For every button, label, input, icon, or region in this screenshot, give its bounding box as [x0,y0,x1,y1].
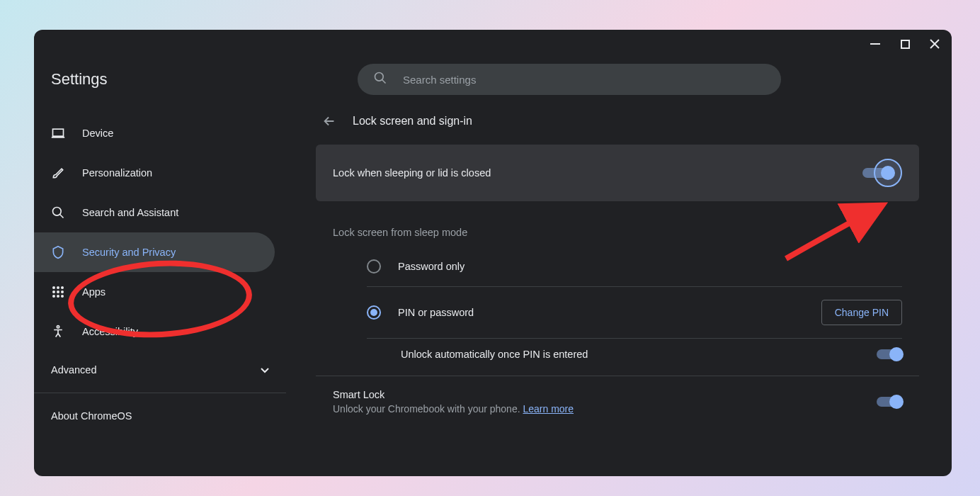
radio-label: PIN or password [398,307,474,318]
auto-unlock-toggle[interactable] [877,349,902,359]
search-input[interactable] [403,74,765,86]
sidebar-about[interactable]: About ChromeOS [34,398,286,434]
settings-window: Settings Device Personaliz [34,30,952,476]
app-title: Settings [51,70,303,89]
shield-icon [51,245,65,259]
page-header: Lock screen and sign-in [316,101,919,145]
svg-rect-0 [870,43,880,45]
svg-point-13 [61,295,64,298]
smart-lock-title: Smart Lock [333,389,574,400]
search-box[interactable] [358,64,781,95]
back-button[interactable] [321,113,337,129]
maximize-button[interactable] [896,35,913,52]
advanced-label: Advanced [51,364,97,376]
sidebar: Device Personalization Search and Assist… [34,101,286,476]
radio-pin-or-password[interactable]: PIN or password Change PIN [367,287,902,339]
radio-icon [367,259,381,274]
about-label: About ChromeOS [51,410,132,422]
auto-unlock-label: Unlock automatically once PIN is entered [401,349,588,360]
accessibility-icon [51,325,65,339]
svg-point-10 [61,291,64,293]
svg-rect-1 [901,40,909,48]
svg-point-14 [57,326,59,328]
search-wrap [303,64,836,95]
sidebar-item-label: Device [82,128,113,139]
page-title: Lock screen and sign-in [353,115,472,128]
auto-unlock-row: Unlock automatically once PIN is entered [367,339,902,370]
sidebar-item-label: Apps [82,286,106,298]
sidebar-item-apps[interactable]: Apps [34,272,275,312]
minimize-button[interactable] [867,35,884,52]
lock-sleep-label: Lock when sleeping or lid is closed [333,167,491,179]
content: Lock screen and sign-in Lock when sleepi… [286,101,952,476]
search-icon [51,205,65,220]
sidebar-item-label: Personalization [82,167,152,179]
svg-point-8 [52,291,55,293]
svg-point-5 [52,286,55,289]
search-icon [373,71,387,88]
chevron-down-icon [261,364,269,376]
svg-point-2 [375,73,384,81]
sidebar-item-search-assistant[interactable]: Search and Assistant [34,193,275,232]
lock-sleep-row: Lock when sleeping or lid is closed [316,145,919,201]
sidebar-advanced[interactable]: Advanced [34,351,286,388]
sidebar-item-label: Security and Privacy [82,247,176,258]
svg-point-4 [53,208,62,216]
header: Settings [34,58,952,101]
radio-label: Password only [398,261,465,272]
sidebar-item-device[interactable]: Device [34,113,275,153]
svg-point-12 [57,295,59,298]
smart-lock-description: Unlock your Chromebook with your phone. … [333,403,574,415]
sidebar-item-accessibility[interactable]: Accessibility [34,312,275,351]
svg-point-7 [61,286,64,289]
brush-icon [51,166,65,180]
divider [34,393,286,393]
change-pin-button[interactable]: Change PIN [821,300,902,325]
sidebar-item-personalization[interactable]: Personalization [34,153,275,193]
learn-more-link[interactable]: Learn more [523,403,574,415]
lock-sleep-toggle[interactable] [874,159,902,187]
grid-icon [51,285,65,299]
sidebar-item-label: Search and Assistant [82,207,178,218]
section-title: Lock screen from sleep mode [316,218,919,247]
svg-rect-3 [53,129,64,136]
close-button[interactable] [926,35,943,52]
titlebar [34,30,952,58]
sidebar-item-label: Accessibility [82,326,138,337]
body: Device Personalization Search and Assist… [34,101,952,476]
laptop-icon [51,126,65,140]
radio-group: Password only PIN or password Change PIN… [316,247,919,370]
svg-point-6 [57,286,59,289]
smart-lock-toggle[interactable] [877,397,902,407]
radio-icon-checked [367,305,381,320]
radio-password-only[interactable]: Password only [367,247,902,287]
smart-lock-row[interactable]: Smart Lock Unlock your Chromebook with y… [316,376,919,427]
sidebar-item-security[interactable]: Security and Privacy [34,232,275,272]
svg-point-11 [52,295,55,298]
svg-point-9 [57,291,59,293]
